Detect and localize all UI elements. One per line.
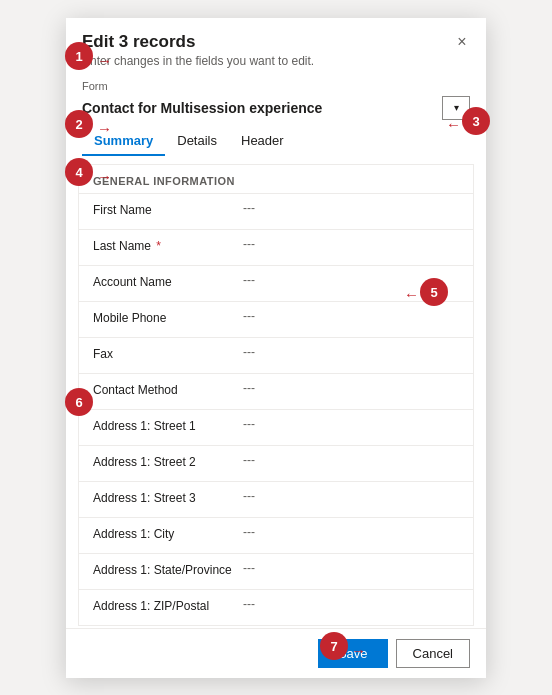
field-label-fax: Fax <box>93 345 243 363</box>
dialog-body: GENERAL INFORMATION First Name --- Last … <box>66 156 486 628</box>
tab-details[interactable]: Details <box>165 126 229 156</box>
annotation-3: 3 <box>462 107 490 135</box>
field-value-street3: --- <box>243 489 459 503</box>
arrow-3: → <box>446 118 461 135</box>
annotation-7: 7 <box>320 632 348 660</box>
arrow-2: → <box>97 120 112 137</box>
field-row-firstname: First Name --- <box>79 193 473 229</box>
annotation-5: 5 <box>420 278 448 306</box>
arrow-1: → <box>97 52 112 69</box>
field-row-mobilephone: Mobile Phone --- <box>79 301 473 337</box>
field-row-state: Address 1: State/Province --- <box>79 553 473 589</box>
field-row-street3: Address 1: Street 3 --- <box>79 481 473 517</box>
general-information-section: GENERAL INFORMATION First Name --- Last … <box>78 164 474 626</box>
arrow-7: → <box>351 642 366 659</box>
field-label-city: Address 1: City <box>93 525 243 543</box>
field-row-street2: Address 1: Street 2 --- <box>79 445 473 481</box>
field-label-firstname: First Name <box>93 201 243 219</box>
form-name-row: Contact for Multisession experience ▾ <box>66 94 486 126</box>
field-row-street1: Address 1: Street 1 --- <box>79 409 473 445</box>
field-value-street2: --- <box>243 453 459 467</box>
annotation-1: 1 <box>65 42 93 70</box>
field-value-state: --- <box>243 561 459 575</box>
dialog-subtitle: Enter changes in the fields you want to … <box>82 54 470 68</box>
field-row-zip: Address 1: ZIP/Postal --- <box>79 589 473 625</box>
annotation-2: 2 <box>65 110 93 138</box>
field-value-contactmethod: --- <box>243 381 459 395</box>
tabs-bar: Summary Details Header <box>66 126 486 156</box>
field-label-accountname: Account Name <box>93 273 243 291</box>
field-row-fax: Fax --- <box>79 337 473 373</box>
edit-dialog: Edit 3 records Enter changes in the fiel… <box>66 18 486 678</box>
close-button[interactable]: × <box>450 30 474 54</box>
field-label-state: Address 1: State/Province <box>93 561 243 579</box>
field-label-street1: Address 1: Street 1 <box>93 417 243 435</box>
arrow-5: → <box>404 288 419 305</box>
field-row-contactmethod: Contact Method --- <box>79 373 473 409</box>
field-label-street2: Address 1: Street 2 <box>93 453 243 471</box>
dialog-footer: Save Cancel <box>66 628 486 678</box>
field-value-firstname: --- <box>243 201 459 215</box>
tab-summary[interactable]: Summary <box>82 126 165 156</box>
field-row-city: Address 1: City --- <box>79 517 473 553</box>
field-label-mobilephone: Mobile Phone <box>93 309 243 327</box>
field-value-street1: --- <box>243 417 459 431</box>
dialog-title: Edit 3 records <box>82 32 470 52</box>
outer-wrapper: 1 → 2 → 3 → 4 → 5 → 6 7 → Edit 3 records… <box>0 0 552 695</box>
form-label: Form <box>66 74 486 94</box>
field-value-mobilephone: --- <box>243 309 459 323</box>
field-label-lastname: Last Name * <box>93 237 243 255</box>
field-value-zip: --- <box>243 597 459 611</box>
field-label-contactmethod: Contact Method <box>93 381 243 399</box>
arrow-4: → <box>97 168 112 185</box>
tab-header[interactable]: Header <box>229 126 296 156</box>
form-name: Contact for Multisession experience <box>82 100 436 116</box>
section-title: GENERAL INFORMATION <box>79 165 473 193</box>
required-indicator-lastname: * <box>153 239 161 253</box>
annotation-6: 6 <box>65 388 93 416</box>
field-row-lastname: Last Name * --- <box>79 229 473 265</box>
dialog-header: Edit 3 records Enter changes in the fiel… <box>66 18 486 74</box>
field-value-city: --- <box>243 525 459 539</box>
chevron-down-icon: ▾ <box>454 102 459 113</box>
field-label-street3: Address 1: Street 3 <box>93 489 243 507</box>
cancel-button[interactable]: Cancel <box>396 639 470 668</box>
field-value-lastname: --- <box>243 237 459 251</box>
field-value-fax: --- <box>243 345 459 359</box>
annotation-4: 4 <box>65 158 93 186</box>
field-label-zip: Address 1: ZIP/Postal <box>93 597 243 615</box>
